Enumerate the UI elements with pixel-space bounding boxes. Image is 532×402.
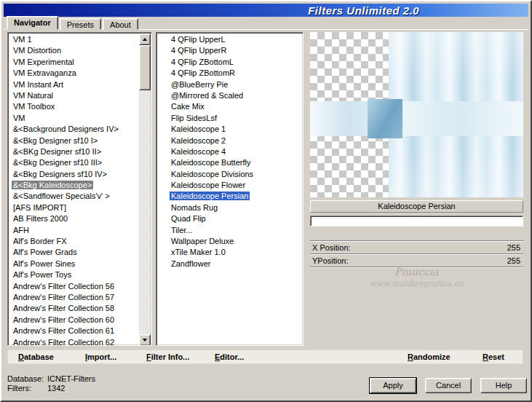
filter-item[interactable]: Cake Mix [158,101,301,112]
category-item-label: Andrew's Filter Collection 62 [12,338,116,346]
y-position-value: 255 [507,256,520,267]
scroll-down-button[interactable] [139,334,151,346]
scrollbar-thumb[interactable] [139,45,151,90]
category-item-label: VM Distortion [12,46,63,55]
filter-item[interactable]: @BlueBerry Pie [158,79,301,90]
filter-item[interactable]: xTile Maker 1.0 [158,247,301,258]
filter-list[interactable]: 4 QFlip UpperL4 QFlip UpperR4 QFlip ZBot… [156,32,303,346]
category-item[interactable]: &<Bkg Designer sf10 III> [9,157,138,168]
category-item-label: VM Instant Art [12,80,65,89]
database-button[interactable]: Database [18,352,54,361]
category-item-label: VM Toolbox [12,102,56,111]
category-item[interactable]: VM Experimental [9,57,138,68]
category-item[interactable]: Andrew's Filter Collection 56 [9,281,138,292]
category-item[interactable]: AFH [9,225,138,236]
filters-count-label: Filters: [7,384,31,393]
filter-item[interactable]: Kaleidoscope Divisions [158,169,301,180]
title-bar[interactable]: Filters Unlimited 2.0 [4,4,528,17]
category-item[interactable]: VM Distortion [9,45,138,56]
filter-item[interactable]: Nomads Rug [158,202,301,213]
category-item[interactable]: Andrew's Filter Collection 61 [9,326,138,336]
filter-info-button[interactable]: Filter Info... [146,352,189,361]
filter-item[interactable]: Flip SidesLsf [158,113,301,124]
filter-item[interactable]: Kaleidoscope Flower [158,180,301,191]
category-item-label: VM [12,114,27,122]
filter-item[interactable]: Zandflower [158,259,301,269]
category-item[interactable]: Alf's Border FX [9,236,138,247]
category-item[interactable]: VM Instant Art [9,79,138,90]
category-item[interactable]: Alf's Power Toys [9,269,138,280]
filter-item[interactable]: Kaleidoscope Persian [158,191,301,202]
window-title: Filters Unlimited 2.0 [308,4,419,17]
randomize-button[interactable]: Randomize [408,352,450,361]
category-item[interactable]: VM [9,113,138,124]
category-item[interactable]: Alf's Power Grads [9,247,138,258]
watermark-signature: Pinuccia [310,266,523,277]
category-item-label: &<Bkg Designer sf10 I> [12,136,99,145]
filter-item[interactable]: 4 QFlip UpperR [158,45,301,56]
tab-about[interactable]: About [103,18,138,30]
filter-item-label: @BlueBerry Pie [170,80,229,89]
category-item[interactable]: Andrew's Filter Collection 57 [9,292,138,303]
category-item-label: &<Bkg Designers sf10 IV> [12,170,108,178]
category-item[interactable]: VM 1 [9,34,138,45]
category-item-label: Andrew's Filter Collection 57 [12,293,116,302]
import-button[interactable]: Import... [85,352,116,361]
filter-item[interactable]: 4 QFlip UpperL [158,34,301,45]
editor-button[interactable]: Editor... [215,352,244,361]
category-item[interactable]: VM Natural [9,90,138,101]
category-item[interactable]: &<Bkg Kaleidoscope> [9,180,138,191]
tab-navigator[interactable]: Navigator [7,16,58,30]
category-scrollbar[interactable] [139,34,151,346]
selected-filter-caption: Kaleidoscope Persian [310,200,523,213]
filter-item[interactable]: 4 QFlip ZBottomR [158,68,301,79]
category-item[interactable]: &<Sandflower Specials'v' > [9,191,138,202]
category-item[interactable]: &<Bkg Designer sf10 I> [9,135,138,146]
category-item[interactable]: Andrew's Filter Collection 62 [9,337,138,346]
category-item-label: Alf's Border FX [12,237,68,245]
filter-item[interactable]: @Mirrored & Scaled [158,90,301,101]
cancel-button[interactable]: Cancel [425,378,472,393]
category-item[interactable]: Alf's Power Sines [9,259,138,269]
tab-presets[interactable]: Presets [60,18,101,30]
category-item[interactable]: Andrew's Filter Collection 60 [9,315,138,326]
filter-item-label: Flip SidesLsf [170,114,218,122]
x-position-value: 255 [507,243,520,253]
category-item[interactable]: [AFS IMPORT] [9,202,138,213]
category-item-label: [AFS IMPORT] [12,203,68,212]
category-item[interactable]: AB Filters 2000 [9,213,138,224]
filter-item[interactable]: 4 QFlip ZBottomL [158,57,301,68]
tab-row: Navigator Presets About [7,16,140,30]
reset-button[interactable]: Reset [483,352,504,361]
category-item-label: Andrew's Filter Collection 60 [12,315,116,324]
apply-button[interactable]: Apply [370,378,416,393]
filter-item[interactable]: Kaleidoscope 1 [158,124,301,135]
category-item[interactable]: VM Toolbox [9,101,138,112]
filter-item-label: 4 QFlip UpperL [170,35,227,44]
category-item[interactable]: VM Extravaganza [9,68,138,79]
category-item[interactable]: &<Background Designers IV> [9,124,138,135]
filter-item[interactable]: Wallpaper Deluxe [158,236,301,247]
filter-item[interactable]: Quad Flip [158,213,301,224]
filter-item[interactable]: Tiler... [158,225,301,236]
filter-item[interactable]: Kaleidoscope 4 [158,146,301,157]
filter-item-label: 4 QFlip UpperR [170,46,228,55]
scroll-down-icon [143,339,147,342]
help-button[interactable]: Help [480,378,527,393]
category-item[interactable]: &<Bkg Designers sf10 IV> [9,169,138,180]
category-item[interactable]: &<BKg Designer sf10 II> [9,146,138,157]
preview-art-square [368,99,402,138]
category-item[interactable]: Andrew's Filter Collection 58 [9,303,138,314]
scroll-up-button[interactable] [139,34,151,45]
filter-item-label: Nomads Rug [170,203,219,212]
category-list[interactable]: VM 1VM DistortionVM ExperimentalVM Extra… [7,32,152,346]
filter-item[interactable]: Kaleidoscope Butterfly [158,157,301,168]
filter-item-label: Kaleidoscope Flower [170,181,247,189]
filter-item-label: Kaleidoscope 4 [170,147,227,156]
x-position-slider[interactable]: X Position: 255 [310,242,523,253]
toolbar: Database Import... Filter Info... Editor… [7,350,523,364]
filter-item-label: xTile Maker 1.0 [170,248,227,256]
filter-item[interactable]: Kaleidoscope 2 [158,135,301,146]
filter-item-label: Kaleidoscope 1 [170,125,227,133]
y-position-slider[interactable]: YPosition: 255 [310,255,523,267]
